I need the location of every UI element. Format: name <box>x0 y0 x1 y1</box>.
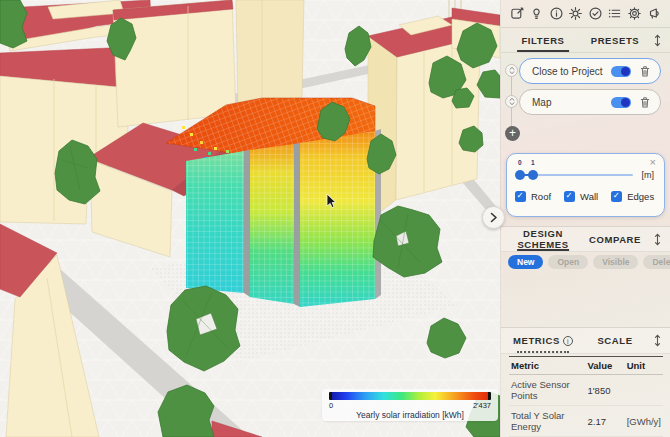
section-resize-handle[interactable] <box>651 334 664 348</box>
legend-max: 2'437 <box>473 401 491 410</box>
slider-min-value: 0 <box>518 159 522 166</box>
list-button[interactable] <box>606 5 624 23</box>
filter-item-close-to-project[interactable]: Close to Project <box>519 58 661 84</box>
collapse-panel-button[interactable] <box>482 206 505 229</box>
filter-label: Close to Project <box>532 66 611 77</box>
3d-viewport[interactable] <box>0 0 500 437</box>
lightbulb-icon <box>529 6 544 21</box>
info-button[interactable] <box>547 5 565 23</box>
tab-compare[interactable]: COMPARE <box>579 227 651 251</box>
metrics-table: Metric Value Unit Active Sensor Points 1… <box>509 356 663 437</box>
checkbox-roof[interactable]: Roof <box>515 191 551 202</box>
visible-button[interactable]: Visible <box>593 255 638 269</box>
metrics-header-row: Metric Value Unit <box>509 357 663 375</box>
range-filter-popup: × 0 1 [m] Roof Wall <box>506 153 665 217</box>
checkbox-edges[interactable]: Edges <box>611 191 654 202</box>
slider-handle-max[interactable] <box>528 170 538 180</box>
filter-list: Close to Project Map <box>501 53 670 149</box>
vertical-resize-icon <box>652 334 663 347</box>
panel-toolbar <box>501 0 670 28</box>
tab-scale[interactable]: SCALE <box>579 328 651 353</box>
add-filter-button[interactable]: + <box>505 126 520 141</box>
metrics-tabbar: METRICS i SCALE <box>501 327 670 354</box>
legend-caption: Yearly solar irradiation [kWh] <box>329 410 491 420</box>
solar-analysis-building[interactable] <box>166 98 381 307</box>
filters-tabbar: FILTERS PRESETS <box>501 28 670 53</box>
announcement-button[interactable] <box>645 5 663 23</box>
color-scale-legend: 0 2'437 Yearly solar irradiation [kWh] <box>322 389 498 421</box>
design-schemes-tabbar: DESIGN SCHEMES COMPARE <box>501 226 670 252</box>
filter-label: Map <box>532 97 611 108</box>
slider-handle-min[interactable] <box>515 170 525 180</box>
tab-filters[interactable]: FILTERS <box>507 28 579 52</box>
megaphone-icon <box>646 6 661 21</box>
surface-checkboxes: Roof Wall Edges <box>515 191 654 202</box>
drag-arrows-icon <box>508 66 516 75</box>
filter-toggle[interactable] <box>611 97 631 108</box>
slider-max-value: 1 <box>531 159 535 166</box>
delete-button[interactable]: Delete <box>643 255 670 269</box>
lightbulb-button[interactable] <box>528 5 546 23</box>
open-button[interactable]: Open <box>548 255 588 269</box>
table-row: Active Sensor Points 1'850 <box>509 375 663 406</box>
new-button[interactable]: New <box>508 255 543 269</box>
drag-arrows-icon <box>508 97 516 106</box>
table-row: Total Y Solar Energy 2.17 [GWh/y] <box>509 406 663 437</box>
filter-item-map[interactable]: Map <box>519 89 661 115</box>
checkbox-checked-icon[interactable] <box>611 191 622 202</box>
settings-button[interactable] <box>625 5 643 23</box>
drag-handle[interactable] <box>505 64 518 77</box>
info-icon: i <box>563 336 573 346</box>
solar-analysis-app: 0 2'437 Yearly solar irradiation [kWh] <box>0 0 670 437</box>
tab-design-schemes[interactable]: DESIGN SCHEMES <box>507 227 579 251</box>
compose-button[interactable] <box>508 5 526 23</box>
checkbox-wall[interactable]: Wall <box>564 191 598 202</box>
sun-icon <box>568 6 583 21</box>
side-panel: FILTERS PRESETS Close to Project <box>500 0 670 437</box>
close-icon[interactable]: × <box>650 156 656 168</box>
tab-presets[interactable]: PRESETS <box>579 28 651 52</box>
checkbox-checked-icon[interactable] <box>564 191 575 202</box>
section-resize-handle[interactable] <box>651 232 664 246</box>
trash-icon[interactable] <box>639 64 652 78</box>
compose-icon <box>510 6 525 21</box>
check-circle-icon <box>588 6 603 21</box>
vertical-resize-icon <box>652 233 663 246</box>
list-icon <box>607 6 622 21</box>
trash-icon[interactable] <box>639 95 652 109</box>
gear-icon <box>627 6 642 21</box>
info-icon <box>549 6 564 21</box>
section-resize-handle[interactable] <box>651 33 664 47</box>
slider-unit-label: [m] <box>642 170 655 180</box>
color-scale-bar <box>329 392 491 400</box>
filter-toggle[interactable] <box>611 66 631 77</box>
tab-metrics[interactable]: METRICS i <box>507 328 579 353</box>
design-scheme-actions: New Open Visible Delete <box>501 252 670 272</box>
sun-button[interactable] <box>567 5 585 23</box>
legend-min: 0 <box>329 401 333 410</box>
checkbox-checked-icon[interactable] <box>515 191 526 202</box>
chevron-right-icon <box>489 212 498 223</box>
range-slider[interactable]: 0 1 <box>515 168 635 182</box>
design-scheme-list-empty <box>501 272 670 327</box>
vertical-resize-icon <box>652 34 663 47</box>
check-circle-button[interactable] <box>586 5 604 23</box>
drag-handle[interactable] <box>505 95 518 108</box>
